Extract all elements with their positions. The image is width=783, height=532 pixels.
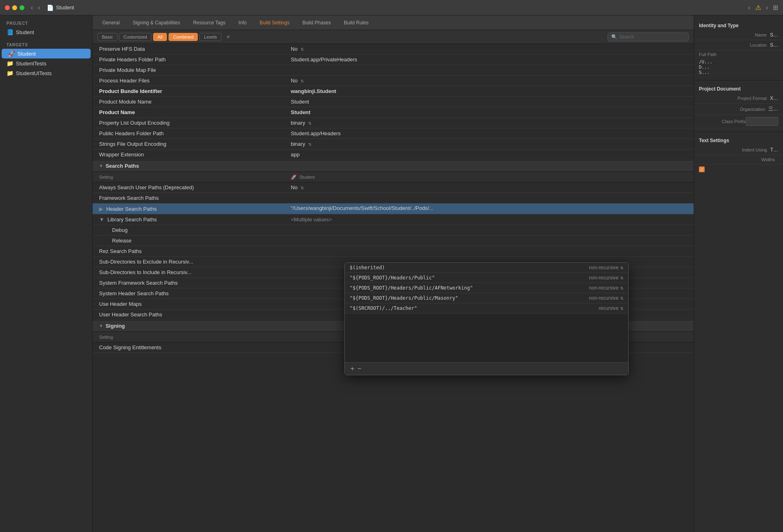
popup-stepper: ⇅	[620, 296, 623, 301]
table-row[interactable]: Framework Search Paths	[93, 193, 694, 203]
filter-all[interactable]: All	[153, 33, 167, 41]
signing-section-title: Signing	[106, 323, 125, 329]
sidebar-item-project[interactable]: 📘 Student	[0, 27, 92, 37]
col-header-target: 🚀 Student	[288, 173, 694, 182]
popup-path: "$(SRCROOT)/../Teacher"	[350, 305, 565, 311]
popup-row-0[interactable]: $(inherited) non-recursive ⇅	[345, 263, 628, 273]
studenttests-name: StudentTests	[16, 61, 46, 67]
minimize-button[interactable]	[12, 5, 17, 10]
studentuitests-name: StudentUITests	[16, 70, 52, 76]
setting-value	[288, 69, 694, 72]
setting-name: Sub-Directories to Exclude in Recursiv..…	[93, 257, 288, 266]
setting-value: Student	[288, 108, 694, 117]
tab-signing[interactable]: Signing & Capabilities	[126, 17, 187, 28]
full-path-value: /U...D...S...	[694, 58, 783, 77]
search-paths-section-header[interactable]: ▼ Search Paths	[93, 160, 694, 172]
sidebar-item-studentuitests[interactable]: 📁 StudentUITests	[0, 68, 92, 78]
checkbox-icon[interactable]: ✓	[699, 167, 705, 172]
table-row[interactable]: Always Search User Paths (Deprecated) No…	[93, 182, 694, 193]
table-row[interactable]: Product Name Student	[93, 107, 694, 118]
table-row[interactable]: Debug	[93, 225, 694, 236]
popup-path: $(inherited)	[350, 265, 565, 270]
right-arrow-icon[interactable]: ›	[764, 3, 770, 12]
popup-recursive: recursive	[570, 305, 619, 311]
tab-resource-tags[interactable]: Resource Tags	[186, 17, 232, 28]
table-row[interactable]: Product Bundle Identifier wangbinji.Stud…	[93, 86, 694, 97]
add-filter-button[interactable]: +	[225, 33, 231, 41]
table-row[interactable]: Release	[93, 236, 694, 246]
table-row[interactable]: Property List Output Encoding binary ⇅	[93, 118, 694, 128]
setting-name: Private Headers Folder Path	[93, 55, 288, 64]
right-panel: Identity and Type Name S… Location S… Fu…	[694, 15, 783, 532]
table-row[interactable]: Strings File Output Encoding binary ⇅	[93, 139, 694, 149]
close-button[interactable]	[5, 5, 10, 10]
filter-basic[interactable]: Basic	[97, 33, 117, 41]
popup-add-button[interactable]: +	[349, 365, 356, 372]
header-search-paths-popup: $(inherited) non-recursive ⇅ "${PODS_ROO…	[344, 262, 629, 375]
tab-build-settings[interactable]: Build Settings	[253, 17, 296, 28]
table-row[interactable]: Product Module Name Student	[93, 97, 694, 107]
table-row[interactable]: Process Header Files No ⇅	[93, 76, 694, 86]
table-row[interactable]: Wrapper Extension app	[93, 149, 694, 160]
search-input[interactable]	[619, 34, 684, 40]
table-row[interactable]: Rez Search Paths	[93, 246, 694, 257]
student-target-name: Student	[17, 51, 36, 57]
setting-value: "/Users/wangbinji/Documents/Swift/School…	[288, 203, 694, 214]
class-prefix-input[interactable]	[746, 117, 778, 126]
filter-combined[interactable]: Combined	[169, 33, 198, 41]
setting-name: Framework Search Paths	[93, 193, 288, 203]
tab-general[interactable]: General	[96, 17, 126, 28]
identity-type-title: Identity and Type	[694, 20, 783, 30]
sidebar-item-student-target[interactable]: 🚀 Student	[2, 49, 91, 58]
section-divider	[694, 80, 783, 80]
col-header-target-name: Student	[299, 175, 315, 179]
left-arrow-icon[interactable]: ‹	[746, 3, 752, 12]
full-path-label: Full Path	[699, 52, 778, 57]
setting-value: No ⇅	[288, 183, 694, 192]
filter-levels[interactable]: Levels	[199, 33, 221, 41]
indent-using-value: T…	[770, 147, 778, 153]
filter-customized[interactable]: Customized	[119, 33, 151, 41]
popup-row-2[interactable]: "${PODS_ROOT}/Headers/Public/AFNetworkin…	[345, 283, 628, 293]
setting-name: Strings File Output Encoding	[93, 139, 288, 149]
popup-row-1[interactable]: "${PODS_ROOT}/Headers/Public" non-recurs…	[345, 273, 628, 283]
popup-path: "${PODS_ROOT}/Headers/Public/Masonry"	[350, 295, 565, 301]
table-row[interactable]: Public Headers Folder Path Student.app/H…	[93, 128, 694, 139]
forward-button[interactable]: ›	[36, 3, 41, 12]
popup-row-3[interactable]: "${PODS_ROOT}/Headers/Public/Masonry" no…	[345, 293, 628, 303]
setting-name: Wrapper Extension	[93, 150, 288, 159]
tab-build-rules[interactable]: Build Rules	[337, 17, 375, 28]
table-row-header-search-paths[interactable]: ▶ Header Search Paths "/Users/wangbinji/…	[93, 203, 694, 214]
right-row-project-format: Project Format X…	[694, 93, 783, 104]
tab-info[interactable]: Info	[232, 17, 253, 28]
setting-name: ▼ Library Search Paths	[93, 215, 288, 224]
setting-name: Product Module Name	[93, 97, 288, 106]
chevron-right-icon: ▶	[99, 206, 103, 212]
setting-name: Release	[93, 236, 288, 245]
table-row[interactable]: Private Module Map File	[93, 65, 694, 76]
right-row-indent: Indent Using T…	[694, 145, 783, 155]
table-row-library-search[interactable]: ▼ Library Search Paths <Multiple values>	[93, 214, 694, 225]
popup-row-4[interactable]: "$(SRCROOT)/../Teacher" recursive ⇅	[345, 303, 628, 314]
organization-label: Organization	[699, 107, 765, 112]
table-row[interactable]: Private Headers Folder Path Student.app/…	[93, 54, 694, 65]
project-document-title: Project Document	[694, 84, 783, 93]
setting-value: <Multiple values>	[288, 215, 694, 224]
layout-icon[interactable]: ⊞	[773, 4, 778, 11]
maximize-button[interactable]	[19, 5, 24, 10]
col-header-setting: Setting	[93, 173, 288, 181]
back-button[interactable]: ‹	[29, 3, 35, 12]
popup-path: "${PODS_ROOT}/Headers/Public/AFNetworkin…	[350, 285, 565, 291]
location-label: Location	[699, 43, 767, 48]
setting-name: Debug	[93, 225, 288, 235]
studenttests-icon: 📁	[6, 60, 13, 67]
popup-remove-button[interactable]: −	[356, 365, 363, 372]
tab-build-phases[interactable]: Build Phases	[296, 17, 337, 28]
search-icon: 🔍	[611, 34, 617, 40]
table-row[interactable]: Preserve HFS Data No ⇅	[93, 44, 694, 54]
sidebar: PROJECT 📘 Student TARGETS 🚀 Student 📁 St…	[0, 15, 93, 532]
targets-section-label: TARGETS	[0, 40, 92, 49]
setting-value: No ⇅	[288, 44, 694, 54]
sidebar-item-studenttests[interactable]: 📁 StudentTests	[0, 58, 92, 68]
name-value: S…	[770, 32, 778, 38]
